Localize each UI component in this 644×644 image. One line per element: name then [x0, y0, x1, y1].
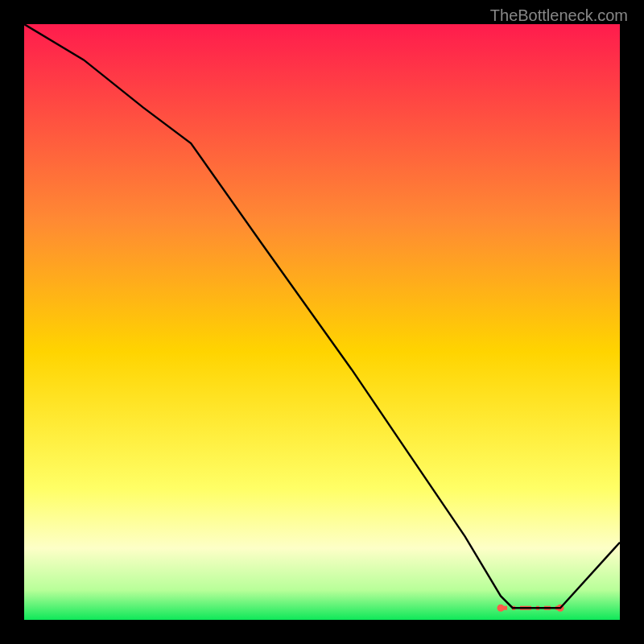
chart-container	[24, 24, 620, 620]
svg-point-1	[497, 605, 505, 612]
chart-svg	[24, 24, 620, 620]
gradient-background	[24, 24, 620, 620]
watermark-text: TheBottleneck.com	[490, 6, 628, 25]
